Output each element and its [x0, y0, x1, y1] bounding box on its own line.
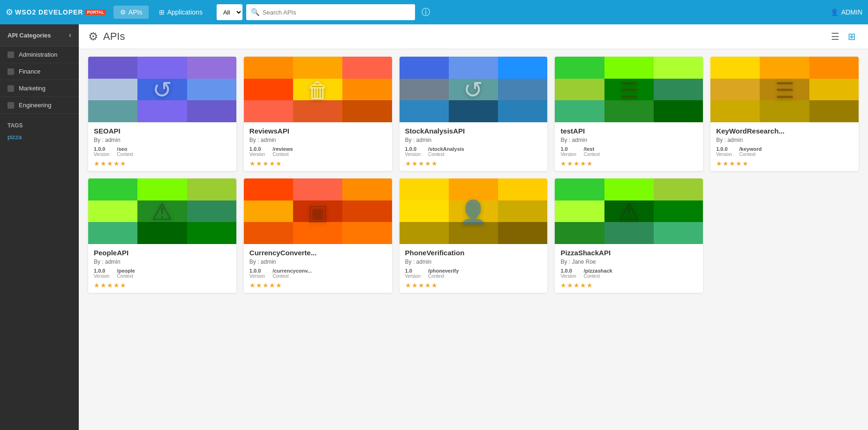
api-context-val: /test [584, 146, 600, 152]
api-name: PizzaShackAPI [560, 249, 697, 257]
api-version-label: Version [560, 152, 576, 157]
api-stars: ★★★★★ [405, 282, 542, 289]
api-by: By : Jane Roe [560, 259, 697, 265]
api-thumbnail: 🗑 [244, 57, 392, 122]
api-grid: ↺ SEOAPI By : admin 1.0.0 Version /seo C… [79, 49, 868, 300]
api-context-label: Context [272, 152, 293, 157]
api-meta: 1.0.0 Version /stockAnalysis Context [405, 146, 542, 157]
api-stars: ★★★★★ [94, 160, 231, 167]
api-by: By : admin [94, 259, 231, 265]
content-gear-icon: ⚙ [88, 30, 98, 43]
api-card[interactable]: ⚠ PizzaShackAPI By : Jane Roe 1.0.0 Vers… [555, 178, 703, 293]
api-thumbnail: ☰ [555, 57, 703, 122]
sidebar-item-label: Engineering [19, 102, 51, 109]
api-card[interactable]: ☰ testAPI By : admin 1.0 Version /test C… [555, 57, 703, 171]
api-card[interactable]: ☰ KeyWordResearch... By : admin 1.0.0 Ve… [710, 57, 859, 171]
sidebar-item-administration[interactable]: Administration [0, 46, 79, 63]
api-thumbnail: ↺ [400, 57, 548, 122]
api-stars: ★★★★★ [94, 282, 231, 289]
api-version-val: 1.0.0 [249, 146, 265, 152]
api-version-val: 1.0.0 [560, 268, 576, 274]
sidebar-item-engineering[interactable]: Engineering [0, 97, 79, 114]
grid-view-button[interactable]: ⊞ [845, 30, 859, 43]
sidebar-item-label: Marketing [19, 85, 45, 92]
api-card[interactable]: ▣ CurrencyConverte... By : admin 1.0.0 V… [244, 178, 392, 293]
api-context-val: /stockAnalysis [428, 146, 464, 152]
logo-text: WSO2 DEVELOPER [15, 8, 83, 16]
sidebar-categories-header[interactable]: API Categories ‹ [0, 24, 79, 46]
tag-icon-engineering [8, 102, 14, 109]
api-stars: ★★★★★ [405, 160, 542, 167]
api-version-label: Version [249, 152, 265, 157]
sidebar-item-marketing[interactable]: Marketing [0, 80, 79, 97]
info-icon[interactable]: ⓘ [422, 7, 430, 18]
api-version-label: Version [405, 152, 421, 157]
api-info: CurrencyConverte... By : admin 1.0.0 Ver… [244, 244, 392, 293]
api-context-label: Context [428, 152, 464, 157]
view-toggle: ☰ ⊞ [828, 30, 859, 43]
api-version-label: Version [94, 274, 109, 279]
api-meta: 1.0.0 Version /pizzashack Context [560, 268, 697, 279]
tag-item-pizza[interactable]: pizza [0, 131, 79, 143]
api-context-label: Context [272, 274, 312, 279]
search-input[interactable] [263, 9, 410, 16]
api-thumbnail: ⚠ [555, 178, 703, 244]
tag-icon-administration [8, 52, 14, 58]
api-stars: ★★★★★ [560, 282, 697, 289]
api-card[interactable]: 🗑 ReviewsAPI By : admin 1.0.0 Version /r… [244, 57, 392, 171]
api-context-val: /seo [117, 146, 133, 152]
api-info: PizzaShackAPI By : Jane Roe 1.0.0 Versio… [555, 244, 703, 293]
api-version-label: Version [94, 152, 109, 157]
api-name: ReviewsAPI [249, 127, 386, 135]
list-view-button[interactable]: ☰ [828, 30, 842, 43]
api-version-val: 1.0.0 [716, 146, 732, 152]
api-by: By : admin [560, 137, 697, 143]
api-context-label: Context [117, 152, 133, 157]
api-stars: ★★★★★ [716, 160, 853, 167]
nav-apis-button[interactable]: ⚙ APIs [113, 6, 149, 19]
api-context-label: Context [584, 274, 612, 279]
api-info: StockAnalysisAPI By : admin 1.0.0 Versio… [400, 122, 548, 171]
api-version-label: Version [716, 152, 732, 157]
api-by: By : admin [94, 137, 231, 143]
content-title: ⚙ APIs [88, 30, 125, 43]
nav-applications-button[interactable]: ⊞ Applications [152, 6, 209, 19]
sidebar-item-label: Administration [19, 51, 57, 58]
api-stars: ★★★★★ [249, 282, 386, 289]
api-thumbnail: ↺ [88, 57, 236, 122]
search-bar: 🔍 [246, 4, 415, 20]
sidebar-item-label: Finance [19, 68, 40, 75]
tags-section: Tags pizza [0, 114, 79, 148]
header: ⚙ WSO2 DEVELOPER PORTAL ⚙ APIs ⊞ Applica… [0, 0, 868, 24]
api-thumbnail: 👤 [400, 178, 548, 244]
search-icon: 🔍 [251, 8, 260, 16]
api-card[interactable]: 👤 PhoneVerification By : admin 1.0 Versi… [400, 178, 548, 293]
logo: ⚙ WSO2 DEVELOPER PORTAL [6, 7, 106, 17]
api-meta: 1.0 Version /test Context [560, 146, 697, 157]
api-name: SEOAPI [94, 127, 231, 135]
logo-gear-icon: ⚙ [6, 7, 13, 17]
api-card[interactable]: ⚠ PeopleAPI By : admin 1.0.0 Version /pe… [88, 178, 236, 293]
admin-menu[interactable]: 👤 ADMIN [830, 8, 862, 16]
page-title: APIs [103, 30, 125, 43]
api-context-val: /phoneverify [428, 268, 459, 274]
api-card[interactable]: ↺ StockAnalysisAPI By : admin 1.0.0 Vers… [400, 57, 548, 171]
api-version-val: 1.0 [405, 268, 421, 274]
api-context-val: /reviews [272, 146, 293, 152]
api-meta: 1.0.0 Version /reviews Context [249, 146, 386, 157]
filter-select[interactable]: All [217, 4, 242, 20]
api-info: PhoneVerification By : admin 1.0 Version… [400, 244, 548, 293]
api-name: PhoneVerification [405, 249, 542, 257]
collapse-arrow-icon[interactable]: ‹ [69, 31, 71, 39]
api-meta: 1.0 Version /phoneverify Context [405, 268, 542, 279]
sidebar-item-finance[interactable]: Finance [0, 63, 79, 80]
tag-icon-marketing [8, 85, 14, 92]
api-version-val: 1.0.0 [249, 268, 265, 274]
api-version-val: 1.0.0 [405, 146, 421, 152]
api-version-label: Version [249, 274, 265, 279]
api-name: CurrencyConverte... [249, 249, 386, 257]
api-card[interactable]: ↺ SEOAPI By : admin 1.0.0 Version /seo C… [88, 57, 236, 171]
api-name: testAPI [560, 127, 697, 135]
applications-icon: ⊞ [159, 8, 165, 16]
api-version-val: 1.0 [560, 146, 576, 152]
